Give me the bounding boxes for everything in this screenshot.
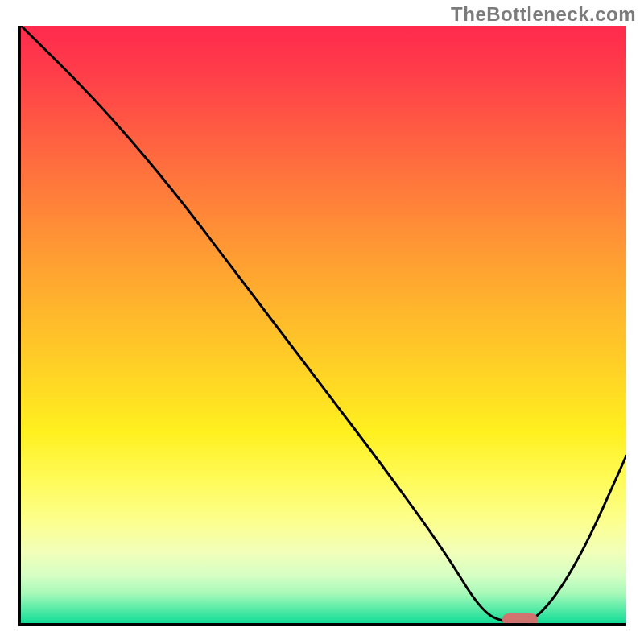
watermark-text: TheBottleneck.com bbox=[451, 3, 636, 26]
plot-frame bbox=[18, 26, 626, 626]
heat-gradient bbox=[21, 26, 626, 623]
optimal-marker bbox=[502, 613, 538, 626]
chart-stage: TheBottleneck.com bbox=[0, 0, 644, 644]
